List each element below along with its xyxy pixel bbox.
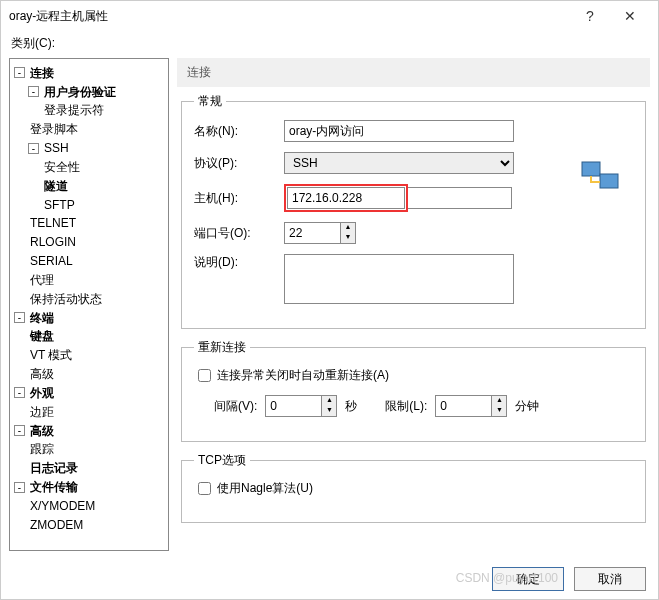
tree-user-auth[interactable]: 用户身份验证: [42, 83, 118, 101]
desc-input[interactable]: [284, 254, 514, 304]
toggle-icon[interactable]: -: [14, 387, 25, 398]
tree-xymodem[interactable]: X/YMODEM: [28, 497, 97, 515]
interval-input[interactable]: [265, 395, 321, 417]
port-label: 端口号(O):: [194, 225, 284, 242]
tree-advanced-t[interactable]: 高级: [28, 365, 56, 383]
host-label: 主机(H):: [194, 190, 284, 207]
tree-ssh[interactable]: SSH: [42, 139, 71, 157]
tree-telnet[interactable]: TELNET: [28, 214, 78, 232]
tree-security[interactable]: 安全性: [42, 158, 82, 176]
toggle-icon[interactable]: -: [28, 143, 39, 154]
nagle-label: 使用Nagle算法(U): [217, 480, 313, 497]
tree-advanced[interactable]: 高级: [28, 422, 56, 440]
tree-keepalive[interactable]: 保持活动状态: [28, 290, 104, 308]
spin-up-icon[interactable]: ▲: [322, 396, 336, 406]
tree-login-script[interactable]: 登录脚本: [28, 120, 80, 138]
tree-rlogin[interactable]: RLOGIN: [28, 233, 78, 251]
limit-label: 限制(L):: [385, 398, 427, 415]
spin-down-icon[interactable]: ▼: [322, 406, 336, 416]
toggle-icon[interactable]: -: [14, 482, 25, 493]
general-group: 常规 名称(N): 协议(P): SSH 主机(H): 端口号(O):: [181, 93, 646, 329]
tcp-group: TCP选项 使用Nagle算法(U): [181, 452, 646, 523]
protocol-select[interactable]: SSH: [284, 152, 514, 174]
spin-up-icon[interactable]: ▲: [341, 223, 355, 233]
svg-rect-1: [600, 174, 618, 188]
auto-reconnect-checkbox[interactable]: [198, 369, 211, 382]
protocol-label: 协议(P):: [194, 155, 284, 172]
limit-spinner[interactable]: ▲▼: [435, 395, 507, 417]
interval-unit: 秒: [345, 398, 357, 415]
interval-label: 间隔(V):: [214, 398, 257, 415]
interval-spinner[interactable]: ▲▼: [265, 395, 337, 417]
category-label: 类别(C):: [1, 31, 658, 58]
name-input[interactable]: [284, 120, 514, 142]
tree-vtmode[interactable]: VT 模式: [28, 346, 74, 364]
tree-trace[interactable]: 跟踪: [28, 440, 56, 458]
limit-unit: 分钟: [515, 398, 539, 415]
reconnect-group: 重新连接 连接异常关闭时自动重新连接(A) 间隔(V): ▲▼ 秒 限制(L):: [181, 339, 646, 442]
panel-header: 连接: [177, 58, 650, 87]
tree-logging[interactable]: 日志记录: [28, 459, 80, 477]
tree-margin[interactable]: 边距: [28, 403, 56, 421]
general-legend: 常规: [194, 93, 226, 110]
connection-icon: [580, 156, 620, 196]
window-title: oray-远程主机属性: [9, 8, 570, 25]
ok-button[interactable]: 确定: [492, 567, 564, 591]
spin-down-icon[interactable]: ▼: [341, 233, 355, 243]
close-button[interactable]: ✕: [610, 8, 650, 24]
spin-down-icon[interactable]: ▼: [492, 406, 506, 416]
svg-rect-0: [582, 162, 600, 176]
spin-up-icon[interactable]: ▲: [492, 396, 506, 406]
host-input[interactable]: [287, 187, 405, 209]
port-spinner[interactable]: ▲▼: [284, 222, 356, 244]
tree-proxy[interactable]: 代理: [28, 271, 56, 289]
desc-label: 说明(D):: [194, 254, 284, 271]
tree-appearance[interactable]: 外观: [28, 384, 56, 402]
host-input-ext[interactable]: [408, 187, 512, 209]
category-tree[interactable]: -连接 -用户身份验证 登录提示符 登录脚本 -SSH 安全性 隧道 SFTP: [9, 58, 169, 551]
toggle-icon[interactable]: -: [14, 67, 25, 78]
toggle-icon[interactable]: -: [28, 86, 39, 97]
reconnect-legend: 重新连接: [194, 339, 250, 356]
name-label: 名称(N):: [194, 123, 284, 140]
help-button[interactable]: ?: [570, 8, 610, 24]
tcp-legend: TCP选项: [194, 452, 250, 469]
tree-serial[interactable]: SERIAL: [28, 252, 75, 270]
toggle-icon[interactable]: -: [14, 425, 25, 436]
tree-terminal[interactable]: 终端: [28, 309, 56, 327]
tree-login-prompt[interactable]: 登录提示符: [42, 101, 106, 119]
tree-connection[interactable]: 连接: [28, 64, 56, 82]
toggle-icon[interactable]: -: [14, 312, 25, 323]
tree-zmodem[interactable]: ZMODEM: [28, 516, 85, 534]
limit-input[interactable]: [435, 395, 491, 417]
tree-tunnel[interactable]: 隧道: [42, 177, 70, 195]
port-input[interactable]: [284, 222, 340, 244]
tree-sftp[interactable]: SFTP: [42, 196, 77, 214]
tree-filetransfer[interactable]: 文件传输: [28, 478, 80, 496]
cancel-button[interactable]: 取消: [574, 567, 646, 591]
auto-reconnect-label: 连接异常关闭时自动重新连接(A): [217, 367, 389, 384]
titlebar: oray-远程主机属性 ? ✕: [1, 1, 658, 31]
tree-keyboard[interactable]: 键盘: [28, 327, 56, 345]
nagle-checkbox[interactable]: [198, 482, 211, 495]
